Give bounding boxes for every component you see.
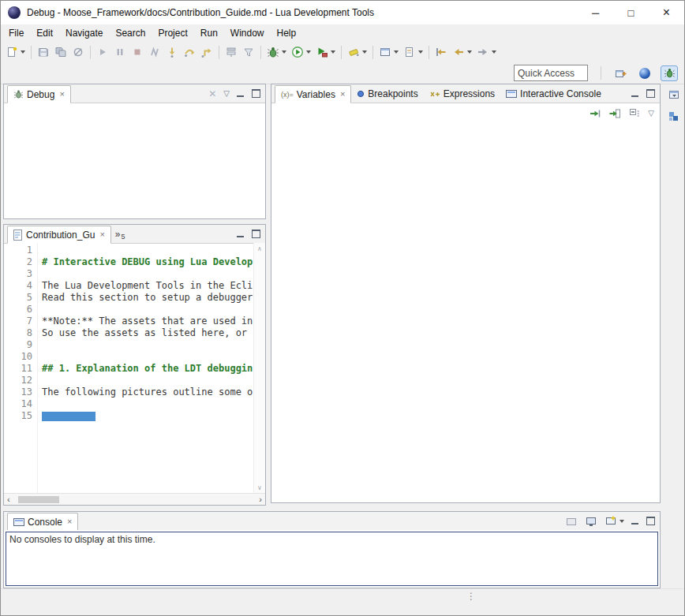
terminate-button[interactable] bbox=[129, 43, 146, 62]
minimize-view-icon[interactable] bbox=[237, 90, 245, 98]
mark-occurrences-button[interactable] bbox=[345, 43, 369, 62]
scroll-right-icon[interactable]: › bbox=[256, 495, 265, 504]
sash-handle[interactable]: ⋮ bbox=[466, 591, 476, 602]
debug-button[interactable] bbox=[264, 43, 289, 62]
new-project-button[interactable] bbox=[376, 43, 401, 62]
line-number[interactable]: 9 bbox=[4, 339, 32, 351]
line-number[interactable]: 8 bbox=[4, 327, 32, 339]
minimize-button[interactable]: ─ bbox=[578, 1, 613, 24]
export-icon[interactable] bbox=[608, 107, 621, 120]
dropdown-caret-icon[interactable] bbox=[467, 50, 472, 54]
step-over-button[interactable] bbox=[181, 43, 198, 62]
line-number[interactable]: 13 bbox=[4, 386, 32, 398]
resume-button[interactable] bbox=[94, 43, 111, 62]
code-line[interactable] bbox=[42, 339, 253, 351]
open-console-icon[interactable] bbox=[565, 515, 578, 528]
code-line[interactable] bbox=[42, 268, 253, 280]
line-number[interactable]: 3 bbox=[4, 268, 32, 280]
editor-vertical-scrollbar[interactable]: ∧ ∨ bbox=[253, 243, 265, 494]
minimize-view-icon[interactable] bbox=[631, 517, 639, 525]
tab-contribution-guide[interactable]: Contribution_Gu × bbox=[7, 226, 111, 244]
editor-horizontal-scrollbar[interactable]: ‹ › bbox=[4, 493, 265, 505]
line-number[interactable]: 6 bbox=[4, 304, 32, 315]
minimize-view-icon[interactable] bbox=[631, 90, 639, 98]
tab-breakpoints[interactable]: Breakpoints bbox=[351, 84, 423, 103]
dropdown-caret-icon[interactable] bbox=[282, 50, 286, 54]
run-button[interactable] bbox=[289, 43, 313, 62]
step-return-button[interactable] bbox=[198, 43, 215, 62]
close-button[interactable]: × bbox=[649, 1, 684, 24]
menu-item-project[interactable]: Project bbox=[152, 25, 193, 41]
save-button[interactable] bbox=[35, 43, 52, 62]
menu-item-search[interactable]: Search bbox=[109, 25, 152, 41]
tab-close-icon[interactable]: × bbox=[340, 90, 345, 99]
line-number[interactable]: 14 bbox=[4, 398, 32, 410]
open-perspective-button[interactable] bbox=[612, 65, 629, 81]
suspend-button[interactable] bbox=[111, 43, 129, 62]
maximize-view-icon[interactable] bbox=[252, 89, 260, 98]
maximize-view-icon[interactable] bbox=[646, 517, 655, 525]
code-line[interactable]: The Lua Development Tools in the Ecli bbox=[42, 280, 253, 292]
lua-perspective-button[interactable] bbox=[636, 65, 653, 81]
tab-close-icon[interactable]: × bbox=[67, 517, 72, 526]
dropdown-caret-icon[interactable] bbox=[492, 50, 496, 54]
code-line[interactable]: ## 1. Explanation of the LDT debuggin bbox=[42, 363, 253, 375]
use-step-filters-button[interactable] bbox=[240, 43, 257, 62]
line-number[interactable]: 1 bbox=[4, 245, 32, 256]
line-number[interactable]: 5 bbox=[4, 292, 32, 304]
new-console-button[interactable] bbox=[605, 515, 624, 528]
skip-breakpoints-button[interactable] bbox=[69, 43, 87, 62]
quick-access-input[interactable]: Quick Access bbox=[514, 65, 588, 81]
menu-item-window[interactable]: Window bbox=[224, 25, 271, 41]
code-line[interactable] bbox=[42, 398, 253, 410]
scroll-up-icon[interactable]: ∧ bbox=[257, 245, 262, 252]
tab-debug[interactable]: Debug × bbox=[7, 85, 71, 103]
restore-view-icon[interactable] bbox=[667, 88, 681, 101]
code-line[interactable]: **Note:** The assets that are used in bbox=[42, 315, 253, 327]
menu-item-help[interactable]: Help bbox=[271, 25, 303, 41]
dropdown-caret-icon[interactable] bbox=[362, 50, 367, 54]
code-line[interactable]: So use the assets as listed here, or bbox=[42, 327, 253, 339]
line-number[interactable]: 4 bbox=[4, 280, 32, 292]
line-number[interactable]: 15 bbox=[4, 410, 32, 422]
scroll-left-icon[interactable]: ‹ bbox=[4, 495, 13, 504]
perspective-grid-icon[interactable] bbox=[667, 110, 681, 123]
menu-item-edit[interactable]: Edit bbox=[30, 25, 59, 41]
import-icon[interactable] bbox=[589, 107, 601, 120]
line-number[interactable]: 7 bbox=[4, 315, 32, 327]
disconnect-button[interactable] bbox=[146, 43, 163, 62]
debug-perspective-button[interactable] bbox=[661, 65, 678, 81]
line-number[interactable]: 2 bbox=[4, 256, 32, 268]
maximize-view-icon[interactable] bbox=[252, 230, 260, 238]
back-button[interactable] bbox=[450, 43, 474, 62]
menu-item-file[interactable]: File bbox=[2, 25, 30, 41]
code-line[interactable]: Read this section to setup a debugger bbox=[42, 292, 253, 304]
line-number[interactable]: 12 bbox=[4, 375, 32, 386]
code-line[interactable] bbox=[42, 375, 253, 386]
dropdown-caret-icon[interactable] bbox=[619, 520, 624, 523]
collapse-all-icon[interactable] bbox=[628, 107, 641, 120]
tab-variables[interactable]: (x)= Variables × bbox=[275, 85, 351, 103]
dropdown-caret-icon[interactable] bbox=[306, 50, 311, 54]
scrollbar-thumb[interactable] bbox=[18, 496, 59, 503]
external-tools-button[interactable] bbox=[313, 43, 338, 62]
dropdown-caret-icon[interactable] bbox=[394, 50, 399, 54]
tab-expressions[interactable]: Expressions bbox=[424, 84, 500, 103]
step-into-button[interactable] bbox=[163, 43, 181, 62]
view-menu-icon[interactable]: ▽ bbox=[648, 110, 654, 118]
remove-terminated-icon[interactable]: ✕ bbox=[208, 89, 216, 99]
code-line[interactable]: The following pictures outline some o bbox=[42, 386, 253, 398]
console-output[interactable]: No consoles to display at this time. bbox=[6, 532, 658, 586]
menu-item-navigate[interactable]: Navigate bbox=[59, 25, 109, 41]
code-line[interactable] bbox=[42, 351, 253, 363]
hidden-editors-chevron[interactable]: » 5 bbox=[111, 225, 129, 243]
save-all-button[interactable] bbox=[52, 43, 69, 62]
tab-close-icon[interactable]: × bbox=[59, 90, 64, 99]
code-line[interactable] bbox=[42, 304, 253, 315]
dropdown-caret-icon[interactable] bbox=[418, 50, 423, 54]
scroll-down-icon[interactable]: ∨ bbox=[257, 484, 262, 491]
view-menu-icon[interactable]: ▽ bbox=[223, 90, 230, 98]
tab-console[interactable]: Console × bbox=[7, 513, 78, 531]
tab-close-icon[interactable]: × bbox=[99, 230, 104, 239]
code-line[interactable] bbox=[42, 410, 253, 422]
